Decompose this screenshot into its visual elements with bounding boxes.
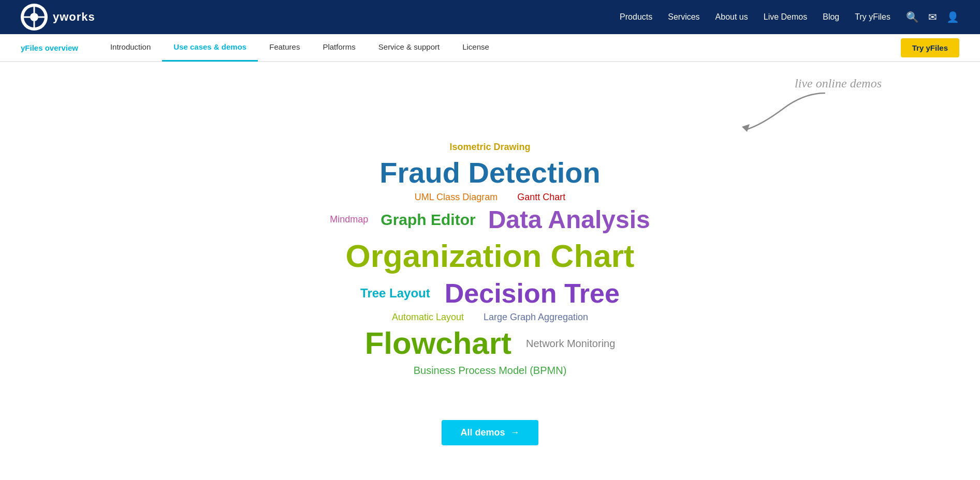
top-navigation: yworks Products Services About us Live D…	[0, 0, 980, 34]
wc-row-9: Business Process Model (BPMN)	[257, 364, 723, 377]
top-nav-icons: 🔍 ✉ 👤	[906, 11, 959, 23]
nav-services[interactable]: Services	[668, 12, 699, 22]
search-icon[interactable]: 🔍	[906, 11, 919, 23]
wc-row-4: Mindmap Graph Editor Data Analysis	[257, 205, 723, 235]
wc-row-5: Organization Chart	[257, 237, 723, 275]
tab-license[interactable]: License	[451, 34, 501, 62]
mail-icon[interactable]: ✉	[928, 11, 937, 23]
word-flowchart[interactable]: Flowchart	[365, 325, 511, 362]
nav-products[interactable]: Products	[620, 12, 652, 22]
svg-marker-8	[742, 124, 750, 132]
annotation-area: live online demos	[0, 72, 980, 134]
word-graph-editor[interactable]: Graph Editor	[381, 211, 475, 229]
word-gantt-chart[interactable]: Gantt Chart	[517, 192, 565, 203]
wc-row-7: Automatic Layout Large Graph Aggregation	[257, 312, 723, 323]
sub-nav-links: Introduction Use cases & demos Features …	[99, 34, 901, 62]
all-demos-button[interactable]: All demos →	[442, 420, 538, 445]
word-cloud: Isometric Drawing Fraud Detection UML Cl…	[257, 129, 723, 399]
annotation-arrow	[732, 88, 835, 134]
word-organization-chart[interactable]: Organization Chart	[345, 237, 634, 275]
word-automatic-layout[interactable]: Automatic Layout	[392, 312, 464, 323]
logo-area[interactable]: yworks	[21, 4, 95, 31]
wc-row-6: Tree Layout Decision Tree	[257, 277, 723, 309]
sub-navigation: yFiles overview Introduction Use cases &…	[0, 34, 980, 62]
tab-features[interactable]: Features	[258, 34, 311, 62]
word-mindmap[interactable]: Mindmap	[330, 214, 368, 226]
yworks-logo-icon	[21, 4, 48, 31]
wc-row-8: Flowchart Network Monitoring	[257, 325, 723, 362]
wc-row-1: Isometric Drawing	[257, 142, 723, 153]
wc-row-2: Fraud Detection	[257, 155, 723, 190]
all-demos-arrow: →	[510, 427, 520, 438]
top-nav-links: Products Services About us Live Demos Bl…	[620, 12, 890, 22]
user-icon[interactable]: 👤	[946, 11, 959, 23]
word-bpmn[interactable]: Business Process Model (BPMN)	[414, 364, 567, 377]
tab-platforms[interactable]: Platforms	[311, 34, 367, 62]
wc-row-3: UML Class Diagram Gantt Chart	[257, 192, 723, 203]
main-content: live online demos Isometric Drawing Frau…	[0, 62, 980, 476]
word-network-monitoring[interactable]: Network Monitoring	[526, 337, 615, 350]
word-data-analysis[interactable]: Data Analysis	[488, 205, 650, 235]
word-large-graph-aggregation[interactable]: Large Graph Aggregation	[484, 312, 588, 323]
nav-try-yfiles[interactable]: Try yFiles	[855, 12, 890, 22]
word-fraud-detection[interactable]: Fraud Detection	[379, 155, 600, 190]
word-isometric-drawing[interactable]: Isometric Drawing	[449, 142, 530, 153]
nav-live-demos[interactable]: Live Demos	[764, 12, 807, 22]
try-yfiles-button[interactable]: Try yFiles	[901, 38, 959, 57]
yfiles-overview-link[interactable]: yFiles overview	[21, 43, 78, 52]
word-tree-layout[interactable]: Tree Layout	[360, 286, 430, 301]
word-decision-tree[interactable]: Decision Tree	[445, 277, 620, 309]
tab-use-cases-demos[interactable]: Use cases & demos	[162, 34, 258, 62]
all-demos-label: All demos	[460, 427, 505, 438]
word-uml-class-diagram[interactable]: UML Class Diagram	[415, 192, 498, 203]
all-demos-section: All demos →	[0, 404, 980, 445]
logo-text: yworks	[53, 10, 95, 24]
tab-service-support[interactable]: Service & support	[367, 34, 451, 62]
svg-point-2	[30, 13, 38, 21]
nav-about-us[interactable]: About us	[715, 12, 748, 22]
nav-blog[interactable]: Blog	[823, 12, 839, 22]
tab-introduction[interactable]: Introduction	[99, 34, 162, 62]
